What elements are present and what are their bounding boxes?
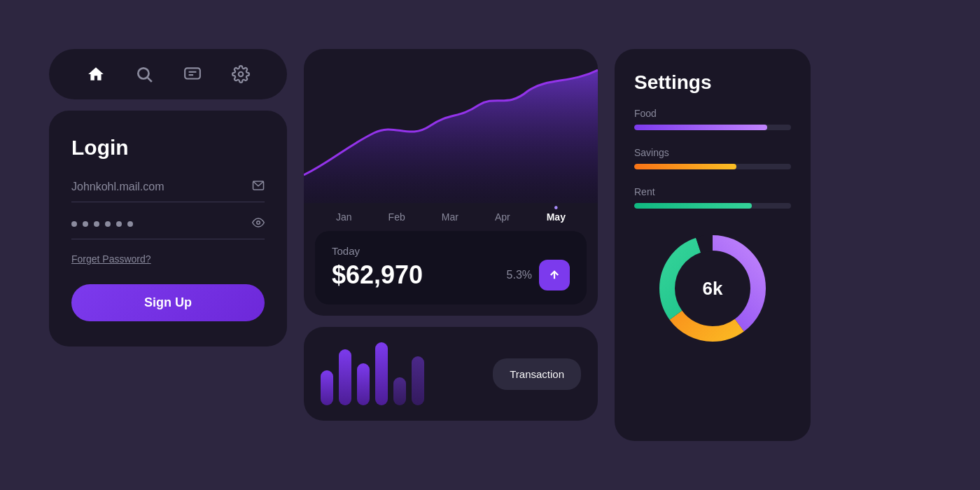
- nav-bar: [49, 49, 287, 99]
- stats-right: 5.3%: [507, 260, 570, 290]
- savings-setting: Savings: [634, 147, 791, 169]
- signup-button[interactable]: Sign Up: [71, 284, 265, 321]
- eye-icon: [252, 216, 265, 232]
- chart-value: $62,970: [332, 260, 423, 290]
- svg-point-5: [238, 72, 243, 77]
- svg-line-1: [147, 78, 151, 82]
- password-group: [71, 216, 265, 239]
- month-labels: Jan Feb Mar Apr May: [304, 203, 598, 223]
- rent-progress-bar: [634, 203, 791, 209]
- donut-value: 6k: [703, 278, 723, 300]
- month-jan: Jan: [336, 211, 352, 223]
- middle-panel: Jan Feb Mar Apr May Today $62,970 5.3%: [304, 49, 598, 421]
- bar-6: [412, 356, 424, 405]
- bottom-bar: Transaction: [304, 327, 598, 421]
- food-progress-bar: [634, 125, 791, 130]
- month-may[interactable]: May: [547, 211, 566, 223]
- left-panel: Login Johnkohl.mail.com: [49, 49, 287, 346]
- chart-svg: [304, 49, 598, 203]
- email-icon: [252, 179, 265, 195]
- food-setting: Food: [634, 108, 791, 130]
- month-feb: Feb: [388, 211, 405, 223]
- transaction-button[interactable]: Transaction: [493, 358, 581, 390]
- bar-4: [375, 342, 388, 405]
- stats-card: Today $62,970 5.3%: [315, 231, 587, 304]
- right-panel: Settings Food Savings Rent: [615, 49, 811, 441]
- month-mar: Mar: [442, 211, 458, 223]
- dot-1: [71, 221, 77, 227]
- dot-4: [105, 221, 111, 227]
- bar-3: [357, 363, 370, 405]
- dot-5: [116, 221, 122, 227]
- rent-label: Rent: [634, 186, 791, 197]
- month-apr: Apr: [495, 211, 510, 223]
- chart-area: [304, 49, 598, 203]
- savings-progress-bar: [634, 164, 791, 169]
- bar-2: [339, 349, 351, 405]
- login-card: Login Johnkohl.mail.com: [49, 111, 287, 346]
- login-title: Login: [71, 136, 265, 160]
- email-group: Johnkohl.mail.com: [71, 179, 265, 202]
- chart-card: Jan Feb Mar Apr May Today $62,970 5.3%: [304, 49, 598, 316]
- dot-3: [94, 221, 99, 227]
- main-container: Login Johnkohl.mail.com: [49, 49, 931, 441]
- savings-label: Savings: [634, 147, 791, 158]
- rent-progress-fill: [634, 203, 752, 209]
- savings-progress-fill: [634, 164, 736, 169]
- bar-charts: [321, 342, 424, 405]
- stats-row: $62,970 5.3%: [332, 260, 570, 290]
- settings-title: Settings: [634, 71, 791, 94]
- dot-6: [127, 221, 133, 227]
- password-dots: [71, 221, 133, 227]
- food-label: Food: [634, 108, 791, 119]
- today-label: Today: [332, 245, 570, 257]
- gear-nav-icon[interactable]: [228, 62, 253, 87]
- donut-wrapper: 6k: [634, 225, 791, 351]
- svg-rect-2: [185, 68, 200, 78]
- home-nav-icon[interactable]: [83, 62, 108, 87]
- chart-percent: 5.3%: [507, 269, 532, 281]
- svg-point-0: [138, 68, 148, 78]
- search-nav-icon[interactable]: [132, 62, 157, 87]
- food-progress-fill: [634, 125, 767, 130]
- password-row: [71, 216, 265, 239]
- bar-1: [321, 370, 333, 405]
- rent-setting: Rent: [634, 186, 791, 209]
- dot-2: [83, 221, 88, 227]
- chat-nav-icon[interactable]: [180, 62, 205, 87]
- svg-point-7: [257, 221, 260, 225]
- email-value: Johnkohl.mail.com: [71, 181, 164, 193]
- up-button[interactable]: [539, 260, 570, 290]
- forget-password-link[interactable]: Forget Password?: [71, 253, 265, 265]
- bar-5: [393, 377, 406, 405]
- email-row: Johnkohl.mail.com: [71, 179, 265, 202]
